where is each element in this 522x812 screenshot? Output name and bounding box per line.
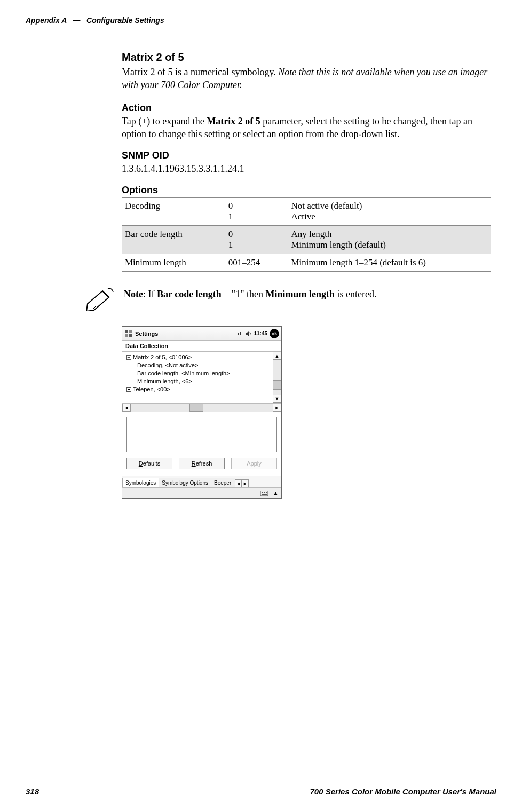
scroll-left-icon[interactable]: ◄ <box>122 404 131 412</box>
note-b2: Minimum length <box>266 289 335 299</box>
manual-title: 700 Series Color Mobile Computer User's … <box>310 787 497 796</box>
header-appendix: Appendix A <box>26 16 67 25</box>
header-sep: — <box>73 16 80 25</box>
keyboard-icon[interactable] <box>258 488 270 498</box>
svg-rect-3 <box>129 334 132 337</box>
button-accel: R <box>192 460 196 467</box>
tree-label: Minimum length, <6> <box>137 378 192 384</box>
note-t1: : If <box>143 289 157 299</box>
collapse-icon[interactable]: − <box>126 355 131 360</box>
opt-desc: Any length Minimum length (default) <box>288 226 491 254</box>
page-header: Appendix A — Configurable Settings <box>26 16 496 25</box>
button-accel: D <box>139 460 143 467</box>
scroll-down-icon[interactable]: ▼ <box>273 395 281 403</box>
intro-plain: Matrix 2 of 5 is a numerical symbology. <box>122 67 278 77</box>
clock-time[interactable]: 11:45 <box>254 330 267 336</box>
svg-rect-6 <box>264 492 265 493</box>
scroll-track[interactable] <box>273 360 281 395</box>
opt-codes: 0 1 <box>225 226 288 254</box>
expand-icon[interactable]: + <box>126 387 131 392</box>
tree-label: Matrix 2 of 5, <01006> <box>133 354 192 360</box>
action-bold: Matrix 2 of 5 <box>207 116 260 127</box>
page-number: 318 <box>26 787 39 796</box>
tab-symbology-options[interactable]: Symbology Options <box>159 478 211 487</box>
snmp-value: 1.3.6.1.4.1.1963.15.3.3.1.1.24.1 <box>122 162 491 175</box>
action-heading: Action <box>122 103 491 114</box>
tree-label: Telepen, <00> <box>133 386 170 392</box>
page-footer: 318 700 Series Color Mobile Computer Use… <box>26 787 496 796</box>
opt-codes: 0 1 <box>225 198 288 226</box>
tab-symbologies[interactable]: Symbologies <box>122 478 159 487</box>
connectivity-icon[interactable] <box>236 330 243 337</box>
tree-node-item[interactable]: Decoding, <Not active> <box>124 361 271 369</box>
tree-node-item[interactable]: Bar code length, <Minimum length> <box>124 369 271 377</box>
scroll-thumb[interactable] <box>189 404 203 412</box>
opt-desc: Minimum length 1–254 (default is 6) <box>288 254 491 272</box>
pda-title-bar: Settings 11:45 ok <box>122 327 281 341</box>
opt-desc: Not active (default) Active <box>288 198 491 226</box>
svg-rect-5 <box>262 492 263 493</box>
scroll-track[interactable] <box>131 404 273 412</box>
sip-bar: ▲ <box>122 487 281 498</box>
svg-rect-0 <box>125 330 128 333</box>
vertical-scrollbar[interactable]: ▲ ▼ <box>273 352 281 403</box>
header-title: Configurable Settings <box>86 16 164 25</box>
sip-up-icon[interactable]: ▲ <box>270 488 281 498</box>
scroll-up-icon[interactable]: ▲ <box>273 352 281 360</box>
detail-panel <box>126 417 277 452</box>
table-row: Decoding 0 1 Not active (default) Active <box>122 198 491 226</box>
tree-node-item[interactable]: Minimum length, <6> <box>124 377 271 385</box>
start-icon[interactable] <box>124 329 133 338</box>
speaker-icon[interactable] <box>245 330 251 337</box>
embedded-screenshot: Settings 11:45 ok Data Collection −Matri… <box>122 326 282 499</box>
tree-node-root[interactable]: −Matrix 2 of 5, <01006> <box>124 353 271 361</box>
tab-beeper[interactable]: Beeper <box>211 478 235 487</box>
svg-rect-7 <box>266 492 267 493</box>
tree-label: Decoding, <Not active> <box>137 362 198 368</box>
tree-view[interactable]: −Matrix 2 of 5, <01006> Decoding, <Not a… <box>122 352 273 403</box>
defaults-button[interactable]: Defaults <box>126 458 172 469</box>
tab-scroll-left-icon[interactable]: ◄ <box>235 479 242 487</box>
svg-rect-1 <box>129 330 132 333</box>
scroll-right-icon[interactable]: ► <box>273 404 281 412</box>
section-intro: Matrix 2 of 5 is a numerical symbology. … <box>122 66 491 92</box>
panel-title: Data Collection <box>122 341 281 352</box>
note-icon <box>84 288 114 311</box>
note-t2: = "1" then <box>222 289 266 299</box>
tree-node-sibling[interactable]: +Telepen, <00> <box>124 385 271 393</box>
button-label: Apply <box>247 460 262 467</box>
note-text: Note: If Bar code length = "1" then Mini… <box>124 288 376 301</box>
snmp-heading: SNMP OID <box>122 150 491 161</box>
tab-scroll-right-icon[interactable]: ► <box>242 479 249 487</box>
note-t3: is entered. <box>335 289 376 299</box>
scroll-thumb[interactable] <box>273 380 281 390</box>
svg-rect-4 <box>260 491 268 496</box>
options-table: Decoding 0 1 Not active (default) Active… <box>122 197 491 272</box>
svg-rect-8 <box>262 494 267 495</box>
section-title: Matrix 2 of 5 <box>122 51 491 64</box>
tab-strip: Symbologies Symbology Options Beeper ◄ ► <box>122 476 281 487</box>
horizontal-scrollbar[interactable]: ◄ ► <box>122 403 281 412</box>
action-pre: Tap (+) to expand the <box>122 116 207 127</box>
opt-name: Minimum length <box>122 254 225 272</box>
action-text: Tap (+) to expand the Matrix 2 of 5 para… <box>122 115 491 141</box>
refresh-button[interactable]: Refresh <box>179 458 225 469</box>
opt-name: Bar code length <box>122 226 225 254</box>
opt-codes: 001–254 <box>225 254 288 272</box>
table-row: Bar code length 0 1 Any length Minimum l… <box>122 226 491 254</box>
opt-name: Decoding <box>122 198 225 226</box>
note-label: Note <box>124 289 143 299</box>
apply-button: Apply <box>231 458 277 469</box>
table-row: Minimum length 001–254 Minimum length 1–… <box>122 254 491 272</box>
window-title: Settings <box>135 330 158 337</box>
options-heading: Options <box>122 185 491 196</box>
ok-button[interactable]: ok <box>270 329 279 338</box>
svg-rect-2 <box>125 334 128 337</box>
note-b1: Bar code length <box>157 289 222 299</box>
tree-label: Bar code length, <Minimum length> <box>137 370 230 376</box>
